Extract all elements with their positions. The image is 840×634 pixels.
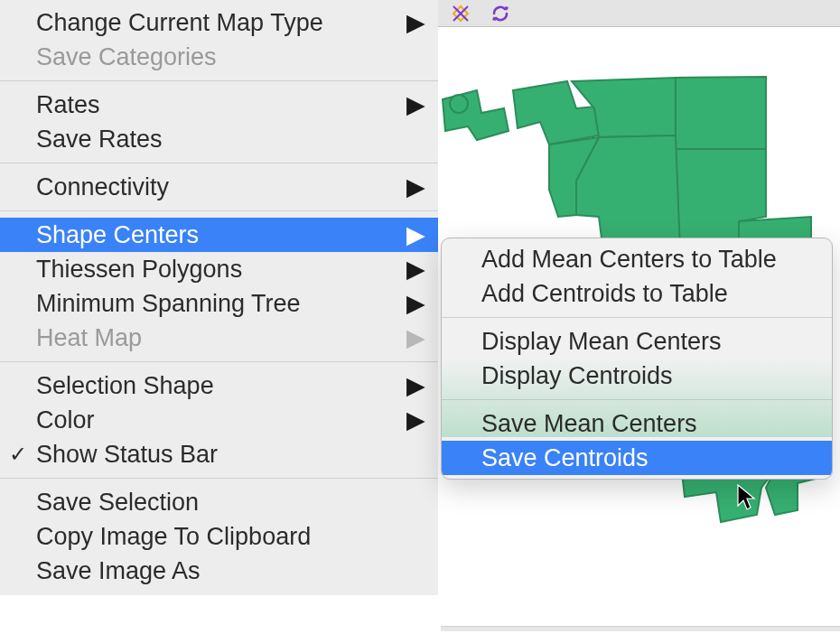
menu-separator <box>0 163 438 163</box>
submenu-shape-centers: Add Mean Centers to Table Add Centroids … <box>441 238 833 480</box>
menu-heat-map: Heat Map▶ <box>0 321 438 355</box>
submenu-add-mean-centers[interactable]: Add Mean Centers to Table <box>442 242 832 276</box>
submenu-display-mean-centers[interactable]: Display Mean Centers <box>442 324 832 359</box>
menu-color[interactable]: Color▶ <box>0 403 438 437</box>
menu-item-label: Save Categories <box>36 42 217 72</box>
menu-item-label: Change Current Map Type <box>36 7 323 38</box>
menu-item-label: Selection Shape <box>36 370 214 401</box>
chevron-right-icon: ▶ <box>397 7 425 38</box>
menu-item-label: Minimum Spanning Tree <box>36 288 301 319</box>
menu-separator <box>0 361 438 362</box>
chevron-right-icon: ▶ <box>397 172 425 202</box>
menu-item-label: Add Mean Centers to Table <box>481 243 777 275</box>
submenu-display-centroids[interactable]: Display Centroids <box>442 359 832 393</box>
menu-save-rates[interactable]: Save Rates <box>0 122 438 156</box>
shape-icon[interactable] <box>451 4 471 23</box>
menu-item-label: Save Mean Centers <box>481 407 697 440</box>
menu-item-label: Heat Map <box>36 322 142 353</box>
menu-selection-shape[interactable]: Selection Shape▶ <box>0 368 438 403</box>
chevron-right-icon: ▶ <box>397 219 425 250</box>
menu-item-label: Color <box>36 405 95 435</box>
menu-item-label: Save Image As <box>36 555 201 586</box>
menu-minimum-spanning-tree[interactable]: Minimum Spanning Tree▶ <box>0 286 438 321</box>
status-bar <box>441 626 840 631</box>
menu-show-status-bar[interactable]: ✓Show Status Bar <box>0 437 438 471</box>
context-menu: Change Current Map Type▶ Save Categories… <box>0 0 438 595</box>
menu-separator <box>0 210 438 211</box>
submenu-save-mean-centers[interactable]: Save Mean Centers <box>442 406 832 441</box>
svg-point-5 <box>450 95 468 113</box>
refresh-icon[interactable] <box>490 4 510 23</box>
menu-item-label: Connectivity <box>36 172 169 202</box>
menu-item-label: Display Centroids <box>481 359 673 392</box>
menu-item-label: Save Selection <box>36 487 199 517</box>
menu-rates[interactable]: Rates▶ <box>0 88 438 122</box>
menu-separator <box>0 478 438 479</box>
check-icon: ✓ <box>9 439 27 470</box>
menu-connectivity[interactable]: Connectivity▶ <box>0 170 438 204</box>
menu-copy-image-to-clipboard[interactable]: Copy Image To Clipboard <box>0 519 438 554</box>
menu-thiessen-polygons[interactable]: Thiessen Polygons▶ <box>0 252 438 286</box>
menu-item-label: Display Mean Centers <box>481 325 722 358</box>
toolbar <box>437 0 840 27</box>
chevron-right-icon: ▶ <box>397 370 425 401</box>
chevron-right-icon: ▶ <box>397 288 425 319</box>
menu-separator <box>442 399 832 400</box>
chevron-right-icon: ▶ <box>397 405 425 435</box>
menu-separator <box>442 317 832 318</box>
menu-item-label: Save Centroids <box>481 442 649 474</box>
menu-shape-centers[interactable]: Shape Centers▶ <box>0 218 438 252</box>
menu-change-current-map-type[interactable]: Change Current Map Type▶ <box>0 5 438 40</box>
menu-item-label: Save Rates <box>36 124 163 154</box>
menu-item-label: Show Status Bar <box>36 439 218 470</box>
menu-separator <box>0 80 438 81</box>
chevron-right-icon: ▶ <box>397 89 425 120</box>
menu-item-label: Copy Image To Clipboard <box>36 521 311 552</box>
menu-item-label: Shape Centers <box>36 219 199 250</box>
menu-item-label: Add Centroids to Table <box>481 277 728 310</box>
menu-save-categories: Save Categories <box>0 40 438 74</box>
menu-item-label: Rates <box>36 89 100 120</box>
submenu-add-centroids[interactable]: Add Centroids to Table <box>442 276 832 311</box>
submenu-save-centroids[interactable]: Save Centroids <box>442 441 832 475</box>
chevron-right-icon: ▶ <box>397 254 425 284</box>
menu-save-image-as[interactable]: Save Image As <box>0 554 438 588</box>
chevron-right-icon: ▶ <box>397 322 425 353</box>
menu-item-label: Thiessen Polygons <box>36 254 242 284</box>
menu-save-selection[interactable]: Save Selection <box>0 485 438 519</box>
